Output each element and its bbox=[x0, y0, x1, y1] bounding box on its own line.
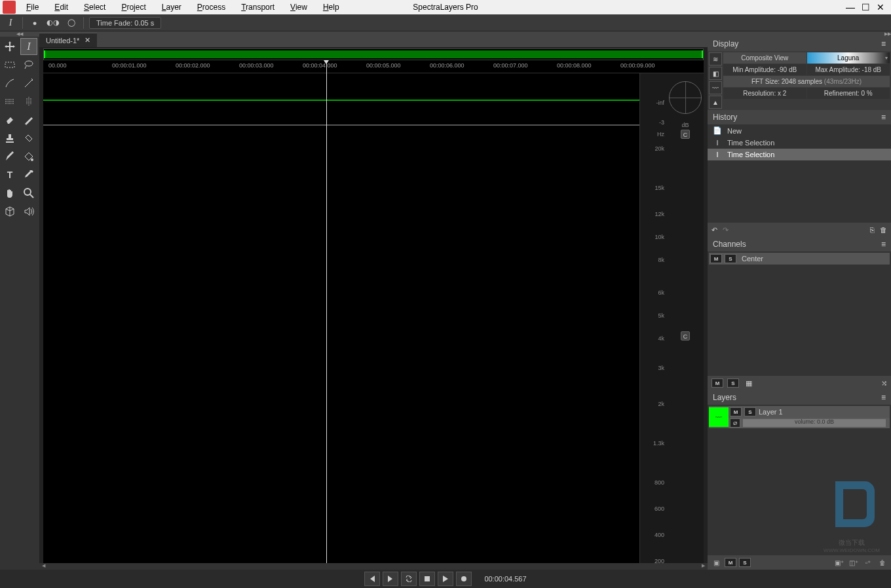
menu-file[interactable]: File bbox=[18, 3, 47, 12]
add-layer-icon[interactable]: ◫⁺ bbox=[848, 557, 860, 568]
delete-icon[interactable]: 🗑 bbox=[880, 226, 887, 234]
display-spec-icon[interactable]: ▲ bbox=[709, 96, 722, 109]
max-amplitude-field[interactable]: Max Amplitude: -18 dB bbox=[807, 64, 890, 75]
mode-single-icon[interactable]: ● bbox=[28, 16, 41, 29]
pen-tool[interactable] bbox=[1, 148, 18, 165]
brush-select-tool[interactable] bbox=[1, 75, 18, 92]
solo-all-button[interactable]: S bbox=[727, 378, 739, 388]
document-tab[interactable]: Untitled-1* ✕ bbox=[39, 33, 97, 47]
phase-button[interactable]: Ø bbox=[730, 418, 740, 428]
spectrogram-canvas[interactable] bbox=[43, 73, 639, 563]
go-end-button[interactable] bbox=[383, 572, 398, 586]
layer-mute-button[interactable]: M bbox=[730, 407, 742, 416]
zoom-tool[interactable] bbox=[20, 185, 37, 202]
cube-tool[interactable] bbox=[1, 203, 18, 220]
rect-select-tool[interactable] bbox=[1, 56, 18, 73]
phase-scope[interactable] bbox=[669, 81, 702, 114]
channels-panel-header[interactable]: Channels≡ bbox=[708, 237, 891, 251]
heal-tool[interactable] bbox=[20, 130, 37, 147]
menu-transport[interactable]: Transport bbox=[233, 3, 282, 12]
play-button[interactable] bbox=[438, 572, 453, 586]
duplicate-icon[interactable]: ⎘ bbox=[870, 226, 875, 234]
new-layer-icon[interactable]: ▫⁺ bbox=[862, 557, 874, 568]
menu-icon[interactable]: ≡ bbox=[881, 393, 886, 402]
mute-all-layers[interactable]: M bbox=[725, 558, 736, 567]
playhead[interactable] bbox=[326, 60, 327, 563]
mode-double-icon[interactable]: ◐◑ bbox=[47, 16, 60, 29]
time-selection-tool[interactable]: I bbox=[20, 38, 37, 55]
panel-collapse[interactable]: ▶▶ bbox=[708, 31, 891, 37]
time-ruler[interactable]: 00.00000:00:01.00000:00:02.00000:00:03.0… bbox=[43, 60, 704, 73]
eyedropper-tool[interactable] bbox=[20, 166, 37, 183]
menu-edit[interactable]: Edit bbox=[47, 3, 76, 12]
history-item[interactable]: 📄New bbox=[708, 124, 891, 137]
volume-slider[interactable]: volume: 0.0 dB bbox=[743, 419, 886, 427]
menu-view[interactable]: View bbox=[282, 3, 315, 12]
freq-tool[interactable] bbox=[20, 93, 37, 110]
display-layers-icon[interactable]: ≋ bbox=[709, 52, 722, 65]
stop-button[interactable] bbox=[419, 572, 435, 586]
display-wave-icon[interactable]: 〰 bbox=[709, 81, 722, 94]
history-item[interactable]: ITime Selection bbox=[708, 137, 891, 149]
harmonic-tool[interactable] bbox=[1, 93, 18, 110]
stamp-tool[interactable] bbox=[1, 130, 18, 147]
display-contrast-icon[interactable]: ◧ bbox=[709, 67, 722, 80]
time-fade-display[interactable]: Time Fade: 0.05 s bbox=[89, 17, 161, 29]
layer-row[interactable]: 〰 M S Layer 1 Ø volume: 0.0 dB bbox=[709, 406, 890, 428]
timeline-overview[interactable] bbox=[43, 48, 704, 60]
menu-help[interactable]: Help bbox=[315, 3, 347, 12]
text-tool[interactable]: T bbox=[1, 166, 18, 183]
view-toggle-icon[interactable]: ▣ bbox=[710, 557, 722, 568]
lasso-tool[interactable] bbox=[20, 56, 37, 73]
eraser-tool[interactable] bbox=[1, 111, 18, 128]
close-button[interactable]: ✕ bbox=[877, 2, 884, 12]
history-item[interactable]: ITime Selection bbox=[708, 149, 891, 160]
channel-row[interactable]: M S Center bbox=[709, 253, 890, 265]
tab-close-icon[interactable]: ✕ bbox=[85, 36, 90, 45]
redo-icon[interactable]: ↷ bbox=[723, 226, 729, 234]
scroll-bar[interactable]: ◀▶ bbox=[39, 563, 708, 570]
menu-project[interactable]: Project bbox=[113, 3, 153, 12]
menu-icon[interactable]: ≡ bbox=[881, 39, 886, 48]
group-layer-icon[interactable]: ▣⁺ bbox=[833, 557, 845, 568]
layer-thumbnail[interactable]: 〰 bbox=[709, 407, 729, 427]
record-button[interactable] bbox=[456, 572, 472, 586]
draw-tool[interactable] bbox=[20, 111, 37, 128]
frequency-ruler[interactable]: -inf -3 Hz 20k15k12k10k8k6k5k4k3k2k1.3k8… bbox=[639, 73, 667, 563]
color-scheme-dropdown[interactable]: Laguna▾ bbox=[807, 52, 890, 64]
resolution-field[interactable]: Resolution: x 2 bbox=[723, 88, 806, 99]
toolbox-collapse[interactable]: ◀◀ bbox=[0, 31, 39, 37]
menu-process[interactable]: Process bbox=[189, 3, 233, 12]
solo-all-layers[interactable]: S bbox=[739, 558, 751, 567]
delete-layer-icon[interactable]: 🗑 bbox=[877, 557, 888, 568]
solo-button[interactable]: S bbox=[725, 254, 736, 263]
menu-layer[interactable]: Layer bbox=[154, 3, 189, 12]
channel-badge-2[interactable]: C bbox=[681, 331, 690, 340]
mute-button[interactable]: M bbox=[710, 254, 722, 263]
mute-all-button[interactable]: M bbox=[711, 378, 723, 388]
shuffle-icon[interactable]: ⤭ bbox=[881, 379, 887, 388]
layer-solo-button[interactable]: S bbox=[744, 407, 756, 416]
minimize-button[interactable]: — bbox=[846, 2, 855, 12]
maximize-button[interactable]: ☐ bbox=[862, 2, 870, 12]
layers-panel-header[interactable]: Layers≡ bbox=[708, 390, 891, 405]
wand-tool[interactable] bbox=[20, 75, 37, 92]
go-start-button[interactable] bbox=[364, 572, 380, 586]
composite-view-button[interactable]: Composite View bbox=[723, 52, 806, 64]
group-icon[interactable]: ▦ bbox=[746, 379, 752, 388]
mode-outline-icon[interactable]: ◯ bbox=[65, 16, 78, 29]
display-panel-header[interactable]: Display≡ bbox=[708, 37, 891, 51]
min-amplitude-field[interactable]: Min Amplitude: -90 dB bbox=[723, 64, 806, 75]
menu-icon[interactable]: ≡ bbox=[881, 113, 886, 122]
undo-icon[interactable]: ↶ bbox=[711, 226, 717, 234]
fft-size-field[interactable]: FFT Size: 2048 samples (43ms/23Hz) bbox=[723, 76, 890, 87]
history-panel-header[interactable]: History≡ bbox=[708, 110, 891, 124]
menu-icon[interactable]: ≡ bbox=[881, 240, 886, 249]
layer-name[interactable]: Layer 1 bbox=[759, 408, 783, 416]
channel-badge[interactable]: C bbox=[681, 130, 690, 139]
menu-select[interactable]: Select bbox=[76, 3, 113, 12]
move-tool[interactable] bbox=[1, 38, 18, 55]
fill-tool[interactable] bbox=[20, 148, 37, 165]
refinement-field[interactable]: Refinement: 0 % bbox=[807, 88, 890, 99]
hand-tool[interactable] bbox=[1, 185, 18, 202]
